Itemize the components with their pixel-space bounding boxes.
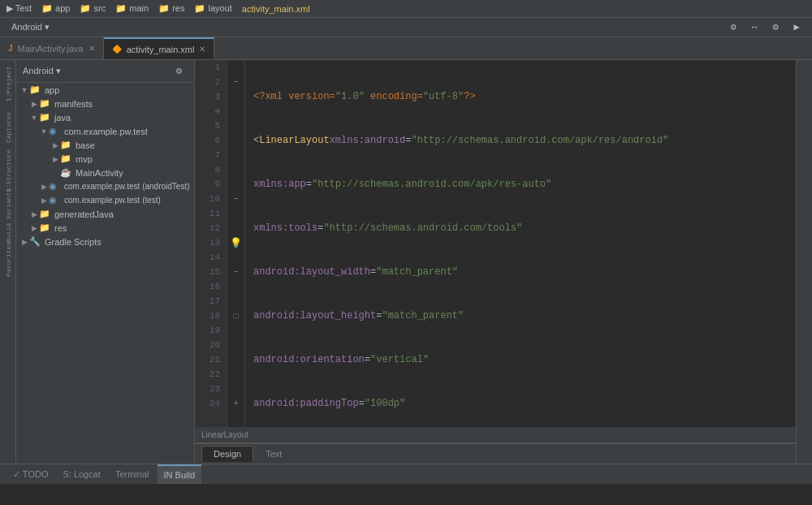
tab-activity-main[interactable]: 🔶 activity_main.xml ✕ [104, 37, 215, 59]
line-num-10: 10 [198, 192, 220, 206]
layout-label: 📁 layout [194, 3, 231, 14]
folder-icon: 📁 [39, 222, 52, 233]
arrow-icon: ▼ [19, 86, 29, 94]
tree-item-base[interactable]: ▶ 📁 base [16, 138, 194, 152]
line-num-8: 8 [198, 162, 220, 177]
tree-item-res-label: res [54, 223, 67, 233]
tree-item-java[interactable]: ▼ 📁 java [16, 110, 194, 124]
breadcrumb-linearlayout[interactable]: LinearLayout [201, 430, 248, 439]
bottom-bar: ✓ TODO S: Logcat Terminal IN Build [0, 464, 812, 484]
tab-design[interactable]: Design [201, 446, 253, 462]
left-side-panel: 1:Project Captures 2:Structure Build Var… [0, 60, 16, 464]
arrow-icon: ▶ [50, 155, 60, 163]
tab-mainactivity-close[interactable]: ✕ [89, 44, 95, 53]
tree-item-androidtest[interactable]: ▶ ◉ com.example.pw.test (androidTest) [16, 179, 194, 193]
warning-icon: 💡 [230, 237, 242, 249]
src-label: 📁 src [80, 3, 106, 14]
line-num-14: 14 [198, 250, 220, 265]
project-label: ▶ Test [6, 3, 32, 14]
tab-text[interactable]: Text [253, 446, 294, 462]
tree-item-res[interactable]: ▶ 📁 res [16, 221, 194, 235]
line-num-5: 5 [198, 119, 220, 133]
arrow-icon: ▶ [29, 210, 39, 218]
config-btn[interactable]: ⚙ [767, 19, 784, 37]
tree-item-base-label: base [76, 140, 95, 150]
line-num-12: 12 [198, 221, 220, 235]
bottom-tab-terminal[interactable]: Terminal [109, 464, 156, 484]
folder-icon: 📁 [60, 153, 73, 164]
code-line-6: android:layout_height="match_parent" [253, 309, 796, 323]
arrow-icon: ▼ [39, 127, 49, 136]
tree-item-mvp[interactable]: ▶ 📁 mvp [16, 152, 194, 166]
tree-item-test[interactable]: ▶ ◉ com.example.pw.test (test) [16, 193, 194, 207]
captures-panel-btn[interactable]: Captures [2, 107, 15, 148]
code-line-2: <LinearLayout xmlns:android="http://sche… [253, 133, 796, 148]
breadcrumb-bar: LinearLayout [195, 427, 796, 443]
fold-marker-24[interactable]: + [233, 399, 238, 408]
android-dropdown[interactable]: Android ▾ [6, 20, 54, 34]
arrow-icon: ▶ [29, 224, 39, 232]
favorites-panel-btn[interactable]: Favorites [2, 239, 15, 279]
tab-activity-main-label: activity_main.xml [127, 45, 195, 54]
file-tree: Android ▾ ⚙ ▼ 📁 app ▶ 📁 manifests ▼ 📁 ja… [16, 60, 195, 464]
folder-icon: 📁 [39, 209, 52, 219]
line-num-24: 24 [198, 396, 220, 411]
arrow-icon: ▶ [39, 196, 49, 205]
tree-item-generatedjava[interactable]: ▶ 📁 generatedJava [16, 207, 194, 221]
gutter: − − 💡 − [227, 60, 245, 427]
tree-item-mvp-label: mvp [76, 154, 93, 164]
bottom-tab-logcat[interactable]: S: Logcat [56, 464, 106, 484]
code-line-8: android:paddingTop="100dp" [253, 396, 796, 411]
line-num-7: 7 [198, 148, 220, 162]
line-num-21: 21 [198, 352, 220, 367]
sync-btn[interactable]: ⚙ [724, 19, 742, 37]
res-label: 📁 res [158, 3, 184, 14]
java-icon: J [8, 44, 13, 53]
bottom-tab-todo[interactable]: ✓ TODO [6, 464, 54, 484]
code-editor[interactable]: 1 2 3 4 5 6 7 8 9 10 11 12 13 14 15 16 1… [195, 60, 796, 427]
structure-panel-btn[interactable]: 2:Structure [2, 151, 15, 192]
folder-icon: 📁 [39, 112, 52, 123]
tree-item-manifests[interactable]: ▶ 📁 manifests [16, 97, 194, 110]
line-num-1: 1 [198, 60, 220, 75]
tab-activity-main-close[interactable]: ✕ [199, 45, 205, 54]
fold-marker-15[interactable]: − [233, 268, 238, 277]
tree-item-generatedjava-label: generatedJava [54, 209, 114, 219]
fold-marker-10[interactable]: − [233, 195, 238, 204]
tab-mainactivity[interactable]: J MainActivity.java ✕ [0, 37, 104, 59]
variants-panel-btn[interactable]: Build Variants [2, 195, 15, 235]
editor-tabs: J MainActivity.java ✕ 🔶 activity_main.xm… [0, 37, 812, 60]
line-num-23: 23 [198, 382, 220, 396]
tree-settings-btn[interactable]: ⚙ [170, 63, 188, 80]
tree-item-mainactivity[interactable]: ☕ MainActivity [16, 166, 194, 179]
terminal-label: Terminal [115, 469, 149, 479]
bottom-tab-build[interactable]: IN Build [158, 464, 202, 484]
code-line-5: android:layout_width="match_parent" [253, 265, 796, 279]
logcat-label: S: Logcat [63, 469, 100, 479]
arrow-icon: ▼ [29, 114, 39, 122]
code-line-4: xmlns:tools="http://schemas.android.com/… [253, 221, 796, 235]
line-num-22: 22 [198, 367, 220, 382]
fold-marker-2[interactable]: − [233, 78, 238, 87]
tree-item-package-label: com.example.pw.test [64, 127, 148, 136]
build-label: IN Build [164, 470, 196, 480]
tools-btn[interactable]: ↔ [745, 19, 763, 37]
tree-item-java-label: java [54, 113, 71, 123]
app-label: 📁 app [41, 3, 70, 14]
xml-icon: 🔶 [112, 45, 122, 54]
line-num-13: 13 [198, 235, 220, 250]
line-num-16: 16 [198, 279, 220, 294]
project-panel-btn[interactable]: 1:Project [2, 63, 15, 104]
folder-icon: 📁 [29, 84, 42, 95]
tree-item-app[interactable]: ▼ 📁 app [16, 83, 194, 97]
run-btn[interactable]: ▶ [788, 19, 806, 37]
tab-mainactivity-label: MainActivity.java [18, 44, 84, 54]
code-line-1: <?xml version="1.0" encoding="utf-8"?> [253, 89, 796, 104]
package-icon: ◉ [49, 181, 62, 192]
tree-item-app-label: app [45, 85, 59, 95]
tree-item-gradle-label: Gradle Scripts [45, 237, 102, 247]
tree-item-package[interactable]: ▼ ◉ com.example.pw.test [16, 124, 194, 138]
folder-icon: 📁 [39, 98, 52, 109]
tree-item-gradle[interactable]: ▶ 🔧 Gradle Scripts [16, 235, 194, 248]
tree-item-test-label: com.example.pw.test (test) [64, 196, 161, 205]
